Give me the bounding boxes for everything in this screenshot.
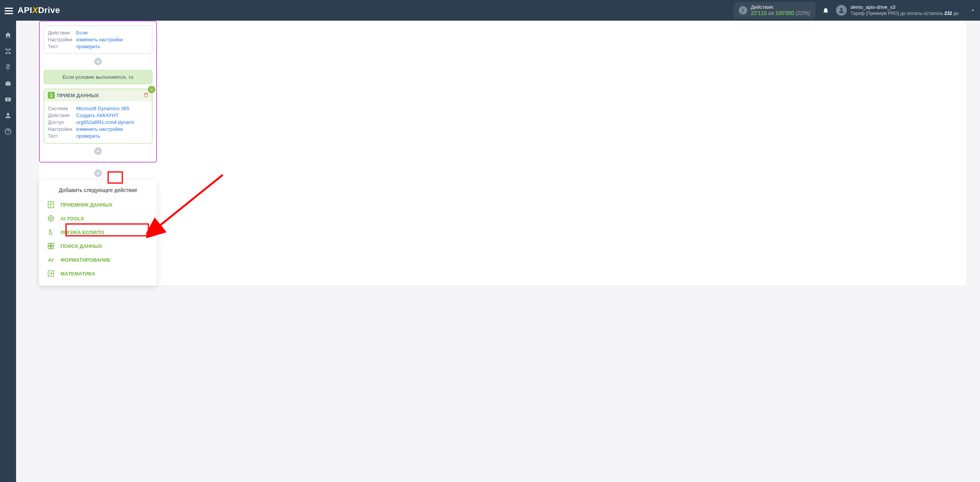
- popup-item-5[interactable]: МАТЕМАТИКА: [39, 267, 157, 280]
- flow-column: ДействиеЕслиНастройкиизменить настройкиТ…: [39, 21, 157, 286]
- logo[interactable]: APIXDrive: [18, 5, 60, 15]
- add-step-inner-2[interactable]: +: [94, 147, 102, 155]
- row-label: Действие: [48, 30, 76, 36]
- popup-item-3[interactable]: ПОИСК ДАННЫХ: [39, 239, 157, 253]
- briefcase-icon[interactable]: [4, 80, 12, 87]
- svg-point-0: [840, 8, 843, 10]
- chevron-down-icon[interactable]: [970, 8, 975, 13]
- actions-usage[interactable]: i Действия: 22'115 из 100'000 (22%): [733, 2, 815, 19]
- popup-icon: [47, 228, 55, 236]
- row-value[interactable]: Создать АККАУНТ: [76, 112, 119, 118]
- user-icon[interactable]: [4, 112, 12, 119]
- popup-item-4[interactable]: ФОРМАТИРОВАНИЕ: [39, 253, 157, 267]
- bell-icon[interactable]: [822, 7, 829, 14]
- condition-bar: Если условие выполняется, то: [44, 70, 152, 84]
- popup-icon: [47, 214, 55, 223]
- svg-point-2: [7, 113, 10, 116]
- delete-icon[interactable]: [143, 92, 149, 98]
- step-receiver-card: 1 ПРИЕМ ДАННЫХ СистемаMicrosoft Dynamics…: [44, 89, 152, 143]
- popup-icon: [47, 200, 55, 209]
- add-step-inner[interactable]: +: [94, 58, 102, 65]
- row-value[interactable]: проверить: [76, 133, 100, 139]
- connections-icon[interactable]: [4, 47, 12, 55]
- topbar: APIXDrive i Действия: 22'115 из 100'000 …: [0, 0, 980, 21]
- row-label: Система: [48, 106, 76, 111]
- youtube-icon[interactable]: [4, 96, 12, 103]
- canvas: ДействиеЕслиНастройкиизменить настройкиТ…: [39, 21, 966, 286]
- popup-item-0[interactable]: ПРИЕМНИК ДАННЫХ: [39, 198, 157, 212]
- row-value[interactable]: проверить: [76, 44, 100, 49]
- row-value[interactable]: изменить настройки: [76, 37, 123, 42]
- dollar-icon[interactable]: [4, 64, 12, 71]
- row-label: Тест: [48, 44, 76, 49]
- step-if-card: ДействиеЕслиНастройкиизменить настройкиТ…: [44, 25, 152, 54]
- add-step-outer[interactable]: +: [94, 169, 102, 177]
- popup-icon: [47, 242, 55, 250]
- popup-icon: [47, 269, 55, 278]
- add-action-popup: Добавить следующее действие ПРИЕМНИК ДАН…: [39, 180, 157, 286]
- row-value[interactable]: Если: [76, 30, 88, 36]
- row-value[interactable]: изменить настройки: [76, 126, 123, 132]
- row-value[interactable]: org652a6f91.crm4.dynami: [76, 119, 134, 125]
- popup-title: Добавить следующее действие: [39, 187, 157, 193]
- popup-item-1[interactable]: AI TOOLS: [39, 212, 157, 225]
- step-header: 1 ПРИЕМ ДАННЫХ: [44, 89, 152, 101]
- popup-item-2[interactable]: ЛОГИКА ЕСЛИ/ТО: [39, 225, 157, 239]
- home-icon[interactable]: [4, 31, 12, 39]
- row-label: Доступ: [48, 119, 76, 125]
- condition-group: ДействиеЕслиНастройкиизменить настройкиТ…: [39, 21, 157, 163]
- popup-icon: [47, 256, 55, 264]
- svg-point-6: [50, 217, 52, 220]
- row-label: Настройки: [48, 126, 76, 132]
- row-label: Действие: [48, 112, 76, 118]
- sidebar: [0, 21, 16, 482]
- help-icon[interactable]: [4, 128, 12, 135]
- info-icon: i: [739, 6, 747, 15]
- check-icon: [148, 86, 155, 93]
- avatar[interactable]: [836, 5, 847, 16]
- row-value[interactable]: Microsoft Dynamics 365: [76, 106, 129, 111]
- user-block[interactable]: demo_apix-drive_s3 Тариф |Премиум PRO| д…: [851, 4, 959, 16]
- row-label: Настройки: [48, 37, 76, 42]
- row-label: Тест: [48, 133, 76, 139]
- menu-toggle[interactable]: [5, 6, 13, 15]
- content: ДействиеЕслиНастройкиизменить настройкиТ…: [16, 21, 980, 482]
